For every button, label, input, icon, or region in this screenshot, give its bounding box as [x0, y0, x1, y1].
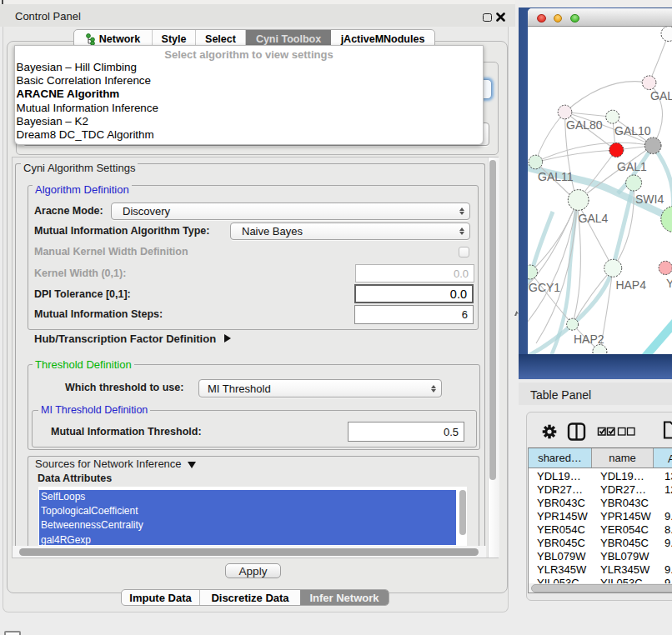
svg-text:GAL1: GAL1 — [617, 160, 647, 173]
svg-text:GAL10: GAL10 — [614, 124, 651, 138]
svg-text:HAP4: HAP4 — [615, 278, 646, 292]
svg-text:GAL11: GAL11 — [538, 170, 574, 183]
svg-text:GCY1: GCY1 — [529, 281, 560, 294]
svg-text:GAL2: GAL2 — [650, 89, 672, 102]
svg-text:GAL4: GAL4 — [579, 212, 609, 225]
svg-text:HAP2: HAP2 — [574, 332, 604, 346]
svg-text:GAL80: GAL80 — [566, 118, 603, 132]
svg-text:YEL0: YEL0 — [666, 277, 672, 290]
svg-text:SWI4: SWI4 — [635, 192, 664, 206]
